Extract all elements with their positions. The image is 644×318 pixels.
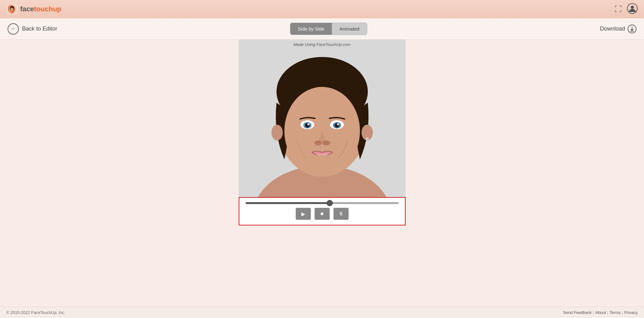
slider-thumb[interactable]	[327, 200, 333, 206]
svg-point-20	[337, 123, 339, 125]
copyright: © 2010-2022 FaceTouchUp, Inc.	[6, 310, 65, 315]
pause-icon: ⏸	[339, 211, 344, 217]
controls-bar: ▶ ■ ⏸	[239, 197, 406, 225]
portrait-svg	[239, 40, 406, 197]
fullscreen-button[interactable]: ⛶	[614, 5, 622, 14]
download-icon	[628, 25, 636, 33]
logo: facetouchup	[6, 3, 61, 15]
header-icons: ⛶	[614, 3, 638, 15]
image-container: Made Using FaceTouchUp.com	[239, 40, 406, 197]
footer-links: Send Feedback | About | Terms | Privacy	[563, 310, 638, 315]
tab-animated[interactable]: Animated	[332, 23, 367, 35]
download-label: Download	[600, 26, 625, 32]
fullscreen-icon: ⛶	[614, 5, 622, 13]
playback-buttons: ▶ ■ ⏸	[246, 208, 399, 220]
slider-row	[246, 202, 399, 204]
logo-text: facetouchup	[20, 5, 61, 13]
svg-point-23	[271, 125, 283, 140]
stop-button[interactable]: ■	[315, 208, 330, 220]
about-link[interactable]: About	[595, 310, 606, 315]
back-label: Back to Editor	[22, 26, 57, 32]
tab-side-by-side[interactable]: Side by Side	[290, 23, 332, 35]
image-wrapper: Made Using FaceTouchUp.com	[239, 40, 406, 225]
back-to-editor-button[interactable]: ← Back to Editor	[8, 23, 57, 35]
play-button[interactable]: ▶	[296, 208, 311, 220]
play-icon: ▶	[301, 211, 305, 217]
svg-point-2	[10, 8, 14, 11]
terms-link[interactable]: Terms	[610, 310, 621, 315]
stop-icon: ■	[321, 211, 324, 217]
svg-point-22	[322, 140, 330, 145]
svg-point-26	[300, 155, 344, 177]
privacy-link[interactable]: Privacy	[624, 310, 638, 315]
svg-point-21	[314, 140, 322, 145]
svg-point-25	[366, 137, 369, 140]
logo-icon	[6, 3, 18, 15]
slider-track[interactable]	[246, 202, 399, 204]
view-mode-tabs: Side by Side Animated	[290, 23, 368, 35]
svg-point-19	[307, 123, 309, 125]
account-icon	[627, 3, 638, 14]
svg-point-4	[631, 6, 634, 9]
slider-fill	[246, 202, 330, 204]
watermark: Made Using FaceTouchUp.com	[294, 42, 351, 47]
app-footer: © 2010-2022 FaceTouchUp, Inc. Send Feedb…	[0, 307, 644, 318]
pause-button[interactable]: ⏸	[333, 208, 349, 220]
send-feedback-link[interactable]: Send Feedback	[563, 310, 592, 315]
main-content: Made Using FaceTouchUp.com	[0, 40, 644, 307]
download-button[interactable]: Download	[600, 25, 636, 33]
back-arrow-icon: ←	[8, 23, 19, 35]
toolbar: ← Back to Editor Side by Side Animated D…	[0, 18, 644, 40]
account-button[interactable]	[627, 3, 638, 15]
portrait-image	[239, 40, 406, 197]
app-header: facetouchup ⛶	[0, 0, 644, 18]
